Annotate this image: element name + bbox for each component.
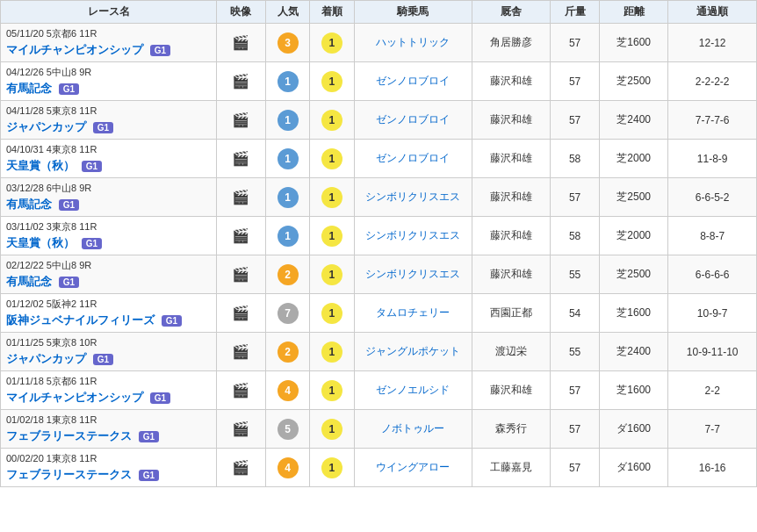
video-icon[interactable]: 🎬 (232, 112, 249, 127)
race-title[interactable]: 天皇賞（秋） G1 (6, 158, 211, 174)
grade-badge: G1 (93, 354, 113, 365)
trainer-cell: 工藤嘉見 (472, 449, 550, 487)
trainer-cell: 渡辺栄 (472, 333, 550, 371)
race-title[interactable]: 有馬記念 G1 (6, 197, 211, 212)
table-row: 05/11/20 5京都6 11R マイルチャンピオンシップ G1 🎬31ハット… (1, 24, 757, 62)
rank-badge: 1 (321, 341, 342, 363)
video-cell[interactable]: 🎬 (217, 178, 266, 217)
rank-cell: 1 (310, 371, 354, 410)
race-title[interactable]: 有馬記念 G1 (6, 274, 211, 290)
col-header-weight: 斤量 (551, 1, 600, 24)
horse-cell[interactable]: ゼンノエルシド (354, 371, 472, 410)
weight-cell: 57 (551, 410, 600, 449)
horse-cell[interactable]: ゼンノロブロイ (354, 140, 472, 178)
rank-badge: 1 (321, 32, 342, 54)
video-cell[interactable]: 🎬 (217, 449, 266, 487)
table-row: 01/11/18 5京都6 11R マイルチャンピオンシップ G1 🎬41ゼンノ… (1, 371, 757, 410)
pass-order-cell: 8-8-7 (668, 217, 757, 255)
pass-order-cell: 7-7 (668, 410, 757, 449)
rank-badge: 1 (321, 187, 342, 208)
race-date: 04/10/31 4東京8 11R (6, 144, 97, 155)
grade-badge: G1 (93, 122, 113, 133)
horse-cell[interactable]: ウイングアロー (354, 449, 472, 487)
race-title[interactable]: 天皇賞（秋） G1 (6, 235, 211, 251)
rank-cell: 1 (310, 333, 354, 371)
weight-cell: 58 (551, 217, 600, 255)
race-name-cell: 01/12/02 5阪神2 11R 阪神ジュベナイルフィリーズ G1 (1, 294, 217, 333)
race-title[interactable]: マイルチャンピオンシップ G1 (6, 42, 211, 58)
video-cell[interactable]: 🎬 (217, 410, 266, 449)
col-header-horse: 騎乗馬 (354, 1, 472, 24)
popularity-badge: 5 (278, 419, 299, 440)
race-title[interactable]: 阪神ジュベナイルフィリーズ G1 (6, 313, 211, 328)
trainer-cell: 森秀行 (472, 410, 550, 449)
horse-cell[interactable]: ノボトゥルー (354, 410, 472, 449)
race-title[interactable]: フェブラリーステークス G1 (6, 467, 211, 483)
distance-cell: 芝2000 (600, 217, 668, 255)
popularity-cell: 3 (265, 24, 309, 62)
race-name-cell: 03/12/28 6中山8 9R 有馬記念 G1 (1, 178, 217, 217)
weight-cell: 55 (551, 255, 600, 294)
popularity-cell: 2 (265, 255, 309, 294)
race-title[interactable]: フェブラリーステークス G1 (6, 428, 211, 444)
video-cell[interactable]: 🎬 (217, 255, 266, 294)
col-header-video: 映像 (217, 1, 266, 24)
distance-cell: 芝1600 (600, 371, 668, 410)
race-title[interactable]: マイルチャンピオンシップ G1 (6, 390, 211, 406)
popularity-cell: 1 (265, 140, 309, 178)
pass-order-cell: 10-9-11-10 (668, 333, 757, 371)
video-cell[interactable]: 🎬 (217, 62, 266, 101)
popularity-cell: 1 (265, 62, 309, 101)
pass-order-cell: 2-2 (668, 371, 757, 410)
video-icon[interactable]: 🎬 (232, 383, 249, 398)
video-icon[interactable]: 🎬 (232, 74, 249, 89)
rank-cell: 1 (310, 410, 354, 449)
video-cell[interactable]: 🎬 (217, 333, 266, 371)
video-icon[interactable]: 🎬 (232, 267, 249, 282)
race-name-cell: 03/11/02 3東京8 11R 天皇賞（秋） G1 (1, 217, 217, 255)
table-row: 03/11/02 3東京8 11R 天皇賞（秋） G1 🎬11シンボリクリスエス… (1, 217, 757, 255)
race-title[interactable]: ジャパンカップ G1 (6, 119, 211, 135)
popularity-badge: 1 (278, 187, 299, 208)
race-date: 00/02/20 1東京8 11R (6, 453, 97, 464)
col-header-dist: 距離 (600, 1, 668, 24)
rank-badge: 1 (321, 110, 342, 131)
video-icon[interactable]: 🎬 (232, 306, 249, 320)
horse-cell[interactable]: ゼンノロブロイ (354, 62, 472, 101)
video-icon[interactable]: 🎬 (232, 460, 249, 475)
video-cell[interactable]: 🎬 (217, 294, 266, 333)
table-row: 04/12/26 5中山8 9R 有馬記念 G1 🎬11ゼンノロブロイ藤沢和雄5… (1, 62, 757, 101)
video-icon[interactable]: 🎬 (232, 421, 249, 436)
video-icon[interactable]: 🎬 (232, 344, 249, 359)
horse-cell[interactable]: シンボリクリスエス (354, 255, 472, 294)
trainer-cell: 角居勝彦 (472, 24, 550, 62)
video-cell[interactable]: 🎬 (217, 217, 266, 255)
weight-cell: 58 (551, 140, 600, 178)
trainer-cell: 西園正都 (472, 294, 550, 333)
distance-cell: 芝2500 (600, 62, 668, 101)
race-date: 02/12/22 5中山8 9R (6, 260, 91, 270)
horse-cell[interactable]: シンボリクリスエス (354, 217, 472, 255)
video-cell[interactable]: 🎬 (217, 24, 266, 62)
race-title[interactable]: ジャパンカップ G1 (6, 351, 211, 367)
table-row: 01/02/18 1東京8 11R フェブラリーステークス G1 🎬51ノボトゥ… (1, 410, 757, 449)
race-name-cell: 01/11/25 5東京8 10R ジャパンカップ G1 (1, 333, 217, 371)
horse-cell[interactable]: ゼンノロブロイ (354, 101, 472, 140)
race-title[interactable]: 有馬記念 G1 (6, 81, 211, 97)
distance-cell: 芝2400 (600, 101, 668, 140)
rank-cell: 1 (310, 449, 354, 487)
video-icon[interactable]: 🎬 (232, 151, 249, 166)
video-icon[interactable]: 🎬 (232, 35, 249, 50)
weight-cell: 57 (551, 62, 600, 101)
rank-badge: 1 (321, 226, 342, 247)
video-cell[interactable]: 🎬 (217, 371, 266, 410)
horse-cell[interactable]: ジャングルポケット (354, 333, 472, 371)
video-icon[interactable]: 🎬 (232, 228, 249, 243)
horse-cell[interactable]: タムロチェリー (354, 294, 472, 333)
video-cell[interactable]: 🎬 (217, 140, 266, 178)
horse-cell[interactable]: シンボリクリスエス (354, 178, 472, 217)
video-cell[interactable]: 🎬 (217, 101, 266, 140)
horse-cell[interactable]: ハットトリック (354, 24, 472, 62)
pass-order-cell: 2-2-2-2 (668, 62, 757, 101)
video-icon[interactable]: 🎬 (232, 190, 249, 205)
